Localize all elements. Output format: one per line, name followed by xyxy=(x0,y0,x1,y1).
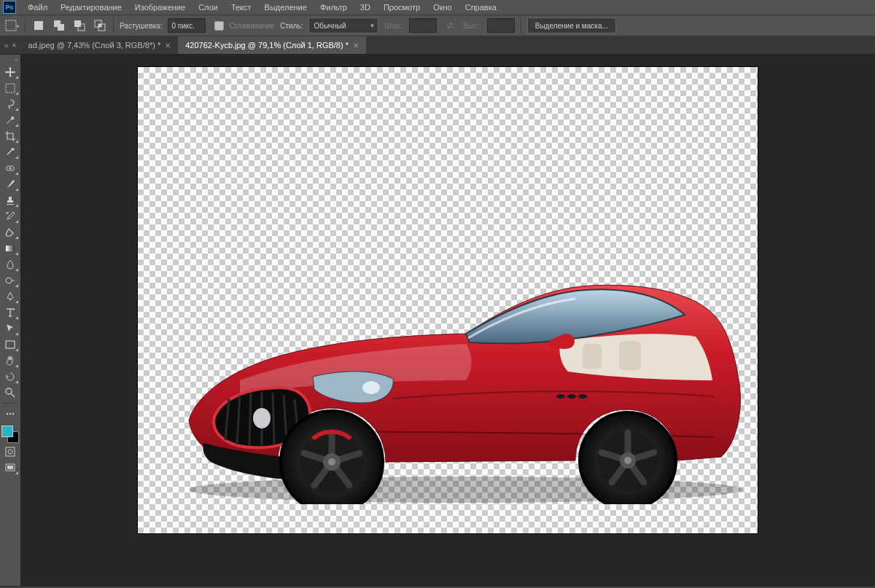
heal-tool-icon[interactable] xyxy=(1,161,19,176)
add-selection-icon[interactable] xyxy=(52,18,66,33)
svg-rect-9 xyxy=(6,84,15,93)
separator xyxy=(25,18,26,33)
document-tabs: «✕ ad.jpeg @ 7,43% (Слой 3, RGB/8*) *✕ 4… xyxy=(0,36,875,55)
rectangle-tool-icon[interactable] xyxy=(1,337,19,352)
svg-point-16 xyxy=(9,413,11,415)
svg-point-12 xyxy=(6,278,12,283)
hand-tool-icon[interactable] xyxy=(1,353,19,368)
height-input xyxy=(487,18,515,33)
svg-point-15 xyxy=(7,413,8,415)
menu-3d[interactable]: 3D xyxy=(354,1,376,13)
eyedropper-tool-icon[interactable] xyxy=(1,145,19,160)
svg-rect-23 xyxy=(583,344,602,369)
menu-help[interactable]: Справка xyxy=(459,1,502,13)
separator xyxy=(3,403,18,404)
menu-text[interactable]: Текст xyxy=(225,1,257,13)
screenmode-icon[interactable] xyxy=(1,460,19,475)
svg-point-25 xyxy=(556,394,565,399)
options-bar: ▾ Растушевка: Сглаживание Стиль: Обычный… xyxy=(0,15,875,36)
menu-image[interactable]: Изображение xyxy=(129,1,191,13)
pen-tool-icon[interactable] xyxy=(1,289,19,304)
blur-tool-icon[interactable] xyxy=(1,257,19,272)
close-icon[interactable]: ✕ xyxy=(353,42,359,50)
history-brush-tool-icon[interactable] xyxy=(1,209,19,224)
svg-rect-18 xyxy=(6,447,15,456)
svg-point-17 xyxy=(12,413,14,415)
menu-layers[interactable]: Слои xyxy=(192,1,224,13)
width-input xyxy=(409,18,437,33)
menu-filter[interactable]: Фильтр xyxy=(314,1,353,13)
magic-wand-tool-icon[interactable] xyxy=(1,113,19,128)
menu-file[interactable]: Файл xyxy=(22,1,53,13)
document-tab-1[interactable]: ad.jpeg @ 7,43% (Слой 3, RGB/8*) *✕ xyxy=(21,36,179,54)
svg-point-56 xyxy=(624,457,631,464)
move-tool-icon[interactable] xyxy=(1,65,19,79)
menu-select[interactable]: Выделение xyxy=(259,1,313,13)
svg-point-14 xyxy=(6,388,12,394)
svg-point-26 xyxy=(567,394,576,399)
menu-view[interactable]: Просмотр xyxy=(378,1,426,13)
color-swatches[interactable] xyxy=(1,426,19,443)
app-icon: Ps xyxy=(3,1,16,14)
style-select[interactable]: Обычный xyxy=(308,17,378,34)
svg-point-19 xyxy=(8,450,12,454)
svg-rect-24 xyxy=(619,341,641,370)
menu-window[interactable]: Окно xyxy=(427,1,458,13)
tab-pin[interactable]: «✕ xyxy=(0,42,21,50)
svg-line-30 xyxy=(249,393,251,446)
path-select-tool-icon[interactable] xyxy=(1,321,19,336)
rotate-tool-icon[interactable] xyxy=(1,369,19,384)
eraser-tool-icon[interactable] xyxy=(1,225,19,240)
swap-wh-icon xyxy=(443,18,457,33)
intersect-selection-icon[interactable] xyxy=(93,18,107,33)
type-tool-icon[interactable] xyxy=(1,305,19,320)
quickmask-icon[interactable] xyxy=(1,444,19,459)
document-canvas[interactable] xyxy=(137,66,758,534)
svg-point-36 xyxy=(362,381,380,394)
menu-edit[interactable]: Редактирование xyxy=(55,1,128,13)
select-and-mask-button[interactable]: Выделение и маска... xyxy=(527,17,616,34)
feather-label: Растушевка: xyxy=(120,22,162,30)
gradient-tool-icon[interactable] xyxy=(1,241,19,256)
stamp-tool-icon[interactable] xyxy=(1,193,19,208)
svg-line-32 xyxy=(273,393,274,444)
dodge-tool-icon[interactable] xyxy=(1,273,19,288)
svg-rect-13 xyxy=(6,341,15,348)
car-image xyxy=(152,271,750,504)
edit-toolbar-icon[interactable] xyxy=(1,407,19,421)
marquee-tool-icon[interactable]: ▾ xyxy=(4,18,19,33)
style-label: Стиль: xyxy=(280,22,303,30)
collapse-icon[interactable]: » xyxy=(15,56,20,63)
new-selection-icon[interactable] xyxy=(31,18,46,33)
svg-rect-21 xyxy=(7,466,13,469)
close-icon[interactable]: ✕ xyxy=(165,42,171,50)
marquee-tool-icon[interactable] xyxy=(1,81,19,95)
tools-panel: » xyxy=(0,55,20,586)
height-label: Выс.: xyxy=(463,22,481,30)
menu-bar: Ps Файл Редактирование Изображение Слои … xyxy=(0,0,875,15)
svg-point-27 xyxy=(578,394,587,399)
width-label: Шир.: xyxy=(384,22,403,30)
svg-point-46 xyxy=(328,458,335,466)
svg-rect-0 xyxy=(6,20,16,31)
feather-input[interactable] xyxy=(168,18,206,33)
subtract-selection-icon[interactable] xyxy=(72,18,87,33)
svg-rect-3 xyxy=(58,24,64,31)
separator xyxy=(113,18,114,33)
svg-rect-1 xyxy=(34,21,43,30)
brush-tool-icon[interactable] xyxy=(1,177,19,192)
foreground-color-swatch[interactable] xyxy=(1,426,13,437)
canvas-area[interactable] xyxy=(20,55,875,586)
svg-rect-8 xyxy=(98,24,101,27)
document-tab-2[interactable]: 420762-Kycb.jpg @ 79,1% (Слой 1, RGB/8) … xyxy=(178,36,366,54)
zoom-tool-icon[interactable] xyxy=(1,385,19,400)
svg-point-35 xyxy=(253,408,271,428)
separator xyxy=(521,18,521,33)
antialias-checkbox: Сглаживание xyxy=(211,19,274,33)
crop-tool-icon[interactable] xyxy=(1,129,19,144)
lasso-tool-icon[interactable] xyxy=(1,97,19,111)
svg-rect-11 xyxy=(6,246,15,251)
